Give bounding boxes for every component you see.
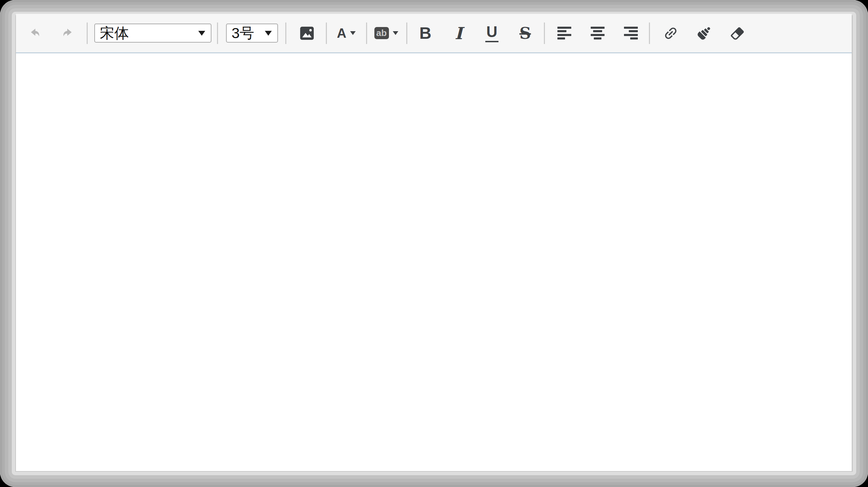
rich-text-editor: 宋体 3号 A	[16, 14, 852, 471]
toolbar-divider	[544, 23, 545, 44]
align-center-button[interactable]	[581, 15, 614, 52]
eraser-button[interactable]	[721, 15, 754, 52]
align-right-button[interactable]	[614, 15, 648, 52]
toolbar-divider	[326, 23, 327, 44]
caret-down-icon	[265, 31, 272, 36]
align-center-icon	[591, 27, 605, 39]
insert-image-button[interactable]	[290, 15, 323, 52]
format-brush-button[interactable]	[687, 15, 721, 52]
font-family-value: 宋体	[95, 26, 129, 41]
highlight-badge-icon: ab	[374, 27, 389, 39]
undo-icon	[28, 26, 43, 40]
redo-icon	[60, 26, 75, 40]
toolbar-divider	[285, 23, 286, 44]
redo-button[interactable]	[51, 15, 83, 52]
toolbar-divider	[366, 23, 367, 44]
font-family-select[interactable]: 宋体	[94, 24, 211, 43]
strikethrough-button[interactable]: S	[509, 15, 542, 52]
strikethrough-icon: S	[519, 25, 531, 41]
editor-toolbar: 宋体 3号 A	[16, 14, 852, 53]
toolbar-divider	[87, 23, 88, 44]
toolbar-divider	[406, 23, 407, 44]
align-right-icon	[624, 27, 638, 39]
font-size-select[interactable]: 3号	[226, 24, 278, 43]
bold-icon: B	[419, 25, 432, 42]
toolbar-divider	[649, 23, 650, 44]
align-left-button[interactable]	[548, 15, 581, 52]
bold-button[interactable]: B	[409, 15, 442, 52]
font-color-label: A	[337, 27, 346, 40]
caret-down-icon	[393, 31, 398, 35]
toolbar-divider	[217, 23, 218, 44]
link-icon	[659, 22, 682, 44]
highlight-color-button[interactable]: ab	[370, 15, 403, 52]
editor-content-area[interactable]	[16, 53, 852, 470]
window-frame: 宋体 3号 A	[0, 0, 868, 487]
italic-button[interactable]: I	[442, 15, 475, 52]
caret-down-icon	[198, 31, 205, 36]
italic-icon: I	[455, 25, 462, 42]
underline-icon: U	[485, 24, 498, 42]
eraser-icon	[729, 25, 745, 41]
caret-down-icon	[350, 31, 356, 35]
font-size-value: 3号	[227, 26, 254, 41]
align-left-icon	[557, 27, 571, 39]
underline-button[interactable]: U	[475, 15, 509, 52]
insert-link-button[interactable]	[654, 15, 687, 52]
format-brush-icon	[695, 25, 713, 42]
undo-button[interactable]	[19, 15, 51, 52]
font-color-button[interactable]: A	[330, 15, 363, 52]
image-icon	[299, 26, 315, 41]
